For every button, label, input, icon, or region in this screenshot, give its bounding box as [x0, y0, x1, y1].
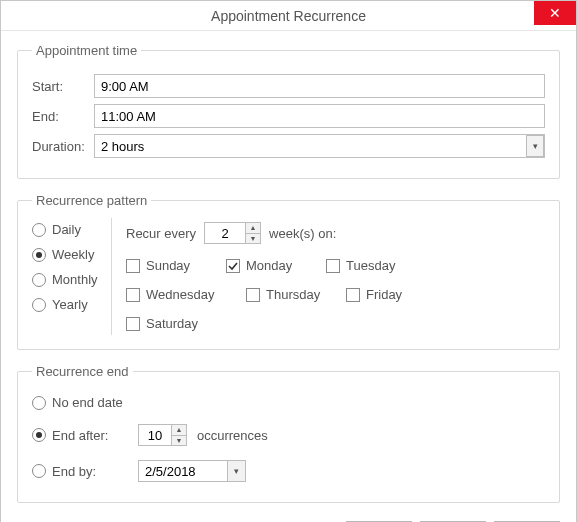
close-icon: ✕ [549, 6, 561, 20]
label-wednesday: Wednesday [146, 287, 214, 302]
end-after-input[interactable] [138, 424, 172, 446]
check-sunday[interactable]: Sunday [126, 258, 226, 273]
pattern-type-list: Daily Weekly Monthly Yearly [32, 218, 112, 335]
check-thursday[interactable]: Thursday [246, 287, 346, 302]
radio-yearly-label: Yearly [52, 297, 88, 312]
recur-every-input[interactable] [204, 222, 246, 244]
end-by-dropdown-button[interactable]: ▾ [228, 460, 246, 482]
check-tuesday[interactable]: Tuesday [326, 258, 426, 273]
chevron-down-icon: ▾ [533, 141, 538, 151]
weekday-checkboxes: Sunday Monday Tuesday Wednesday [126, 258, 545, 331]
radio-yearly[interactable]: Yearly [32, 297, 111, 312]
radio-end-after[interactable]: End after: [32, 428, 128, 443]
recurrence-pattern-legend: Recurrence pattern [32, 193, 151, 208]
label-end-by: End by: [52, 464, 96, 479]
label-occurrences: occurrences [197, 428, 268, 443]
end-row: End: [32, 104, 545, 128]
end-by-input[interactable] [138, 460, 228, 482]
chevron-down-icon: ▼ [250, 235, 257, 242]
chevron-down-icon: ▼ [176, 437, 183, 444]
chevron-up-icon: ▲ [250, 224, 257, 231]
check-monday[interactable]: Monday [226, 258, 326, 273]
end-after-up[interactable]: ▲ [172, 425, 186, 436]
dialog-title: Appointment Recurrence [211, 8, 366, 24]
recur-every-up[interactable]: ▲ [246, 223, 260, 234]
recur-every-prefix: Recur every [126, 226, 196, 241]
radio-monthly-label: Monthly [52, 272, 98, 287]
pattern-detail: Recur every ▲ ▼ week(s) on: [112, 218, 545, 335]
radio-daily[interactable]: Daily [32, 222, 111, 237]
appointment-time-group: Appointment time Start: End: Duration: ▾ [17, 43, 560, 179]
appointment-recurrence-dialog: Appointment Recurrence ✕ Appointment tim… [0, 0, 577, 522]
chevron-up-icon: ▲ [176, 426, 183, 433]
recur-every-spinner: ▲ ▼ [204, 222, 261, 244]
label-friday: Friday [366, 287, 402, 302]
check-wednesday[interactable]: Wednesday [126, 287, 246, 302]
radio-weekly[interactable]: Weekly [32, 247, 111, 262]
label-sunday: Sunday [146, 258, 190, 273]
start-input[interactable] [94, 74, 545, 98]
check-friday[interactable]: Friday [346, 287, 446, 302]
titlebar: Appointment Recurrence ✕ [1, 1, 576, 31]
recurrence-end-group: Recurrence end No end date End after: ▲ … [17, 364, 560, 503]
label-end-after: End after: [52, 428, 108, 443]
duration-dropdown-button[interactable]: ▾ [526, 135, 544, 157]
label-monday: Monday [246, 258, 292, 273]
end-after-down[interactable]: ▼ [172, 436, 186, 446]
dialog-content: Appointment time Start: End: Duration: ▾ [1, 31, 576, 522]
dialog-buttons: OK Cancel Delete [17, 517, 560, 522]
appointment-time-legend: Appointment time [32, 43, 141, 58]
label-thursday: Thursday [266, 287, 320, 302]
start-row: Start: [32, 74, 545, 98]
duration-label: Duration: [32, 139, 94, 154]
recur-every-suffix: week(s) on: [269, 226, 336, 241]
label-no-end-date: No end date [52, 395, 123, 410]
end-after-spinner: ▲ ▼ [138, 424, 187, 446]
chevron-down-icon: ▾ [234, 466, 239, 476]
end-input[interactable] [94, 104, 545, 128]
radio-no-end-date[interactable]: No end date [32, 395, 123, 410]
radio-monthly[interactable]: Monthly [32, 272, 111, 287]
close-button[interactable]: ✕ [534, 1, 576, 25]
recurrence-pattern-group: Recurrence pattern Daily Weekly Monthly [17, 193, 560, 350]
label-tuesday: Tuesday [346, 258, 395, 273]
start-label: Start: [32, 79, 94, 94]
end-label: End: [32, 109, 94, 124]
radio-end-by[interactable]: End by: [32, 464, 128, 479]
duration-row: Duration: ▾ [32, 134, 545, 158]
recurrence-end-legend: Recurrence end [32, 364, 133, 379]
label-saturday: Saturday [146, 316, 198, 331]
radio-daily-label: Daily [52, 222, 81, 237]
check-saturday[interactable]: Saturday [126, 316, 226, 331]
radio-weekly-label: Weekly [52, 247, 94, 262]
duration-input[interactable] [94, 134, 545, 158]
recur-every-down[interactable]: ▼ [246, 234, 260, 244]
